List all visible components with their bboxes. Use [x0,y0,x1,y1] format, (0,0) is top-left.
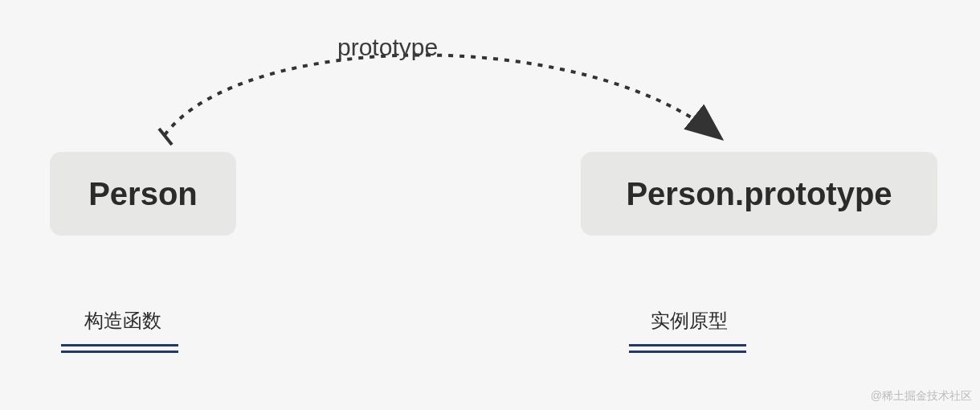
left-underline [61,344,178,353]
prototype-box-label: Person.prototype [626,176,892,212]
svg-line-1 [159,129,172,145]
person-box-label: Person [88,176,198,212]
arrow-label: prototype [337,34,438,61]
prototype-box: Person.prototype [581,152,937,236]
left-caption: 构造函数 [84,308,161,334]
person-box: Person [50,152,236,236]
right-caption: 实例原型 [651,308,728,334]
right-underline [629,344,746,353]
watermark: @稀土掘金技术社区 [871,389,972,404]
